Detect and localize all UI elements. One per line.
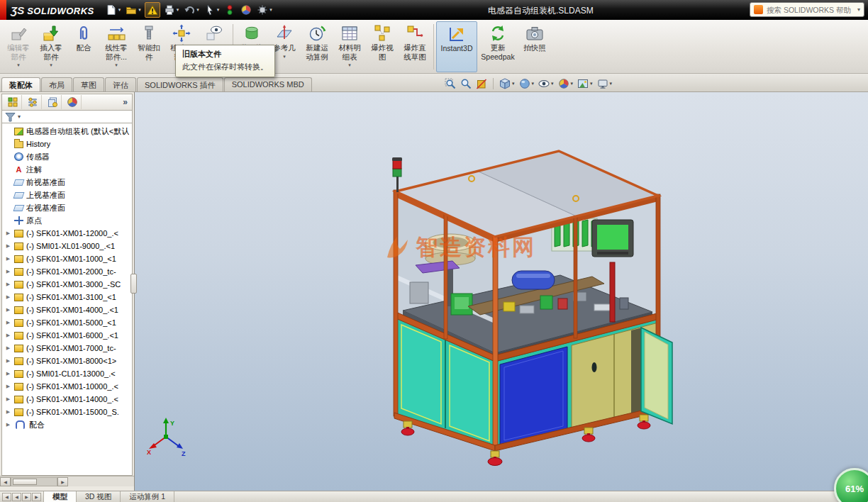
scrollbar-track[interactable] xyxy=(11,477,57,486)
dropdown-arrow-icon[interactable]: ▾ xyxy=(217,7,220,13)
tree-item-component[interactable]: ▶(-) SFK01-XM01-4000_.<1 xyxy=(2,303,132,316)
view-orientation-button[interactable]: ▾ xyxy=(499,77,516,90)
apply-scene-button[interactable]: ▾ xyxy=(577,77,594,90)
motion-study-tab[interactable]: 运动算例 1 xyxy=(121,491,174,502)
tree-root-assembly[interactable]: 电感器自动组装机 (默认<默认 xyxy=(2,125,132,138)
tree-item-component[interactable]: ▶(-) SMI01-CL01-13000_.< xyxy=(2,367,132,380)
tree-item-origin[interactable]: 原点 xyxy=(2,214,132,227)
zoom-to-area-button[interactable] xyxy=(460,77,472,90)
dropdown-arrow-icon[interactable]: ▾ xyxy=(177,7,179,13)
section-view-button[interactable] xyxy=(475,77,488,90)
expand-arrow-icon[interactable]: ▶ xyxy=(5,281,11,287)
tree-item-sensors[interactable]: 传感器 xyxy=(2,150,132,163)
print-button[interactable]: ▾ xyxy=(162,3,181,17)
tab-scroll-right-button[interactable]: ▶ xyxy=(22,493,31,501)
3d-views-tab[interactable]: 3D 视图 xyxy=(77,491,121,502)
tab-layout[interactable]: 布局 xyxy=(41,77,72,91)
zoom-to-fit-button[interactable] xyxy=(444,77,457,90)
displaymanager-tab[interactable] xyxy=(63,95,82,109)
tree-item-top-plane[interactable]: 上视基准面 xyxy=(2,189,132,201)
expand-arrow-icon[interactable]: ▶ xyxy=(5,422,11,428)
dropdown-arrow-icon[interactable]: ▾ xyxy=(512,81,515,87)
scroll-left-button[interactable]: ◀ xyxy=(0,477,11,486)
dropdown-arrow-icon[interactable]: ▾ xyxy=(138,7,141,13)
edit-component-button[interactable]: 编辑零 部件 ▾ xyxy=(2,21,35,72)
dropdown-arrow-icon[interactable]: ▾ xyxy=(17,62,20,68)
explode-line-sketch-button[interactable]: 爆炸直 线草图 xyxy=(399,21,431,72)
dropdown-arrow-icon[interactable]: ▾ xyxy=(551,81,554,87)
tree-item-component[interactable]: ▶(-) SFK01-XM01-6000_.<1 xyxy=(2,329,132,342)
appearance-button[interactable] xyxy=(239,3,253,17)
panel-horizontal-scrollbar[interactable]: ◀ ▶ xyxy=(0,476,134,486)
tree-item-component[interactable]: ▶(-) SFK01-XM01-1000_<1 xyxy=(2,252,132,265)
tree-item-component[interactable]: ▶(-) SFK01-XM01-8000<1> xyxy=(2,355,132,367)
new-motion-study-button[interactable]: 新建运 动算例 xyxy=(301,21,333,72)
open-cabinet-door[interactable] xyxy=(641,328,672,424)
linear-component-pattern-button[interactable]: 线性零 部件... ▾ xyxy=(100,21,133,72)
expand-arrow-icon[interactable]: ▶ xyxy=(5,384,11,389)
scroll-right-button[interactable]: ▶ xyxy=(57,477,68,486)
old-version-indicator[interactable] xyxy=(145,2,160,18)
mate-button[interactable]: 配合 xyxy=(67,21,100,72)
assembly-3d-model[interactable] xyxy=(135,92,868,491)
dropdown-arrow-icon[interactable]: ▾ xyxy=(115,62,118,68)
tab-evaluate[interactable]: 评估 xyxy=(105,77,136,91)
select-button[interactable]: ▾ xyxy=(203,3,221,17)
propertymanager-tab[interactable] xyxy=(23,95,42,109)
smart-fasteners-button[interactable]: 智能扣 件 xyxy=(133,21,165,72)
dropdown-arrow-icon[interactable]: ▾ xyxy=(269,7,272,13)
dropdown-arrow-icon[interactable]: ▾ xyxy=(571,81,574,87)
tree-item-annotations[interactable]: 注解 xyxy=(2,163,132,176)
tree-filter-row[interactable]: ▾ xyxy=(1,111,133,123)
expand-arrow-icon[interactable]: ▶ xyxy=(5,256,11,262)
expand-arrow-icon[interactable]: ▶ xyxy=(5,243,11,249)
instant3d-button[interactable]: Instant3D xyxy=(436,21,477,72)
tab-solidworks-addins[interactable]: SOLIDWORKS 插件 xyxy=(137,77,223,91)
view-settings-button[interactable]: ▾ xyxy=(596,77,613,90)
tree-item-component[interactable]: ▶(-) SFK01-XM01-14000_.< xyxy=(2,393,132,406)
new-document-button[interactable]: ▾ xyxy=(104,3,123,17)
dropdown-arrow-icon[interactable]: ▾ xyxy=(610,81,613,87)
tree-item-component[interactable]: ▶(-) SMI01-XL01-9000_.<1 xyxy=(2,240,132,252)
update-speedpak-button[interactable]: 更新 Speedpak xyxy=(477,21,518,72)
rebuild-button[interactable] xyxy=(223,3,237,17)
tree-item-component[interactable]: ▶(-) SFK01-XM01-2000_tc- xyxy=(2,265,132,278)
exploded-view-button[interactable]: 爆炸视 图 xyxy=(366,21,399,72)
dropdown-arrow-icon[interactable]: ▾ xyxy=(348,62,351,68)
expand-arrow-icon[interactable]: ▶ xyxy=(5,269,11,274)
tree-item-component[interactable]: ▶(-) SFK01-XM01-15000_S. xyxy=(2,406,132,418)
open-button[interactable]: ▾ xyxy=(124,3,143,17)
expand-arrow-icon[interactable]: ▶ xyxy=(5,409,11,415)
expand-arrow-icon[interactable]: ▶ xyxy=(5,294,11,300)
tree-item-component[interactable]: ▶(-) SFK01-XM01-3000_-SC xyxy=(2,278,132,291)
filter-dropdown-arrow-icon[interactable]: ▾ xyxy=(18,113,21,120)
expand-arrow-icon[interactable]: ▶ xyxy=(5,371,11,376)
tree-item-component[interactable]: ▶(-) SFK01-XM01-3100_<1 xyxy=(2,291,132,303)
tab-scroll-first-button[interactable]: ◀ xyxy=(2,493,11,501)
tab-assembly[interactable]: 装配体 xyxy=(1,77,40,91)
tab-scroll-left-button[interactable]: ◀ xyxy=(12,493,21,501)
tree-item-history[interactable]: History xyxy=(2,138,132,150)
tab-sketch[interactable]: 草图 xyxy=(73,77,104,91)
configurationmanager-tab[interactable] xyxy=(43,95,62,109)
take-snapshot-button[interactable]: 拍快照 xyxy=(518,21,551,72)
panel-expand-chevron[interactable]: » xyxy=(120,97,130,107)
hide-show-items-button[interactable]: ▾ xyxy=(538,77,555,90)
edit-appearance-button[interactable]: ▾ xyxy=(557,77,574,90)
undo-button[interactable]: ▾ xyxy=(182,3,201,17)
expand-arrow-icon[interactable]: ▶ xyxy=(5,320,11,325)
dropdown-arrow-icon[interactable]: ▾ xyxy=(283,54,286,60)
dropdown-arrow-icon[interactable]: ▾ xyxy=(196,7,199,13)
dropdown-arrow-icon[interactable]: ▾ xyxy=(590,81,593,87)
expand-arrow-icon[interactable]: ▶ xyxy=(5,358,11,364)
signal-tower[interactable] xyxy=(392,157,402,192)
expand-arrow-icon[interactable]: ▶ xyxy=(5,345,11,351)
expand-arrow-icon[interactable]: ▶ xyxy=(5,396,11,402)
tab-solidworks-mbd[interactable]: SOLIDWORKS MBD xyxy=(224,77,312,91)
scrollbar-thumb[interactable] xyxy=(13,479,37,485)
expand-arrow-icon[interactable]: ▶ xyxy=(5,307,11,313)
panel-splitter-grip[interactable] xyxy=(130,274,137,294)
display-style-button[interactable]: ▾ xyxy=(518,77,535,90)
insert-components-button[interactable]: 插入零 部件 ▾ xyxy=(35,21,67,72)
dropdown-arrow-icon[interactable]: ▾ xyxy=(118,7,121,13)
